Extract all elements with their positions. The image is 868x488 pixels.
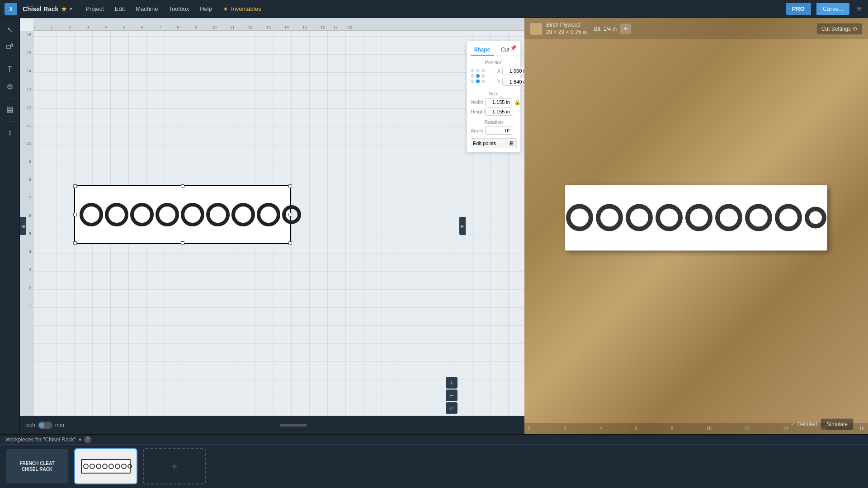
handle-top-left[interactable] [73,184,77,188]
circle-5 [181,203,204,226]
preview-circle-7 [745,204,772,231]
shape-properties-panel: 📌 Shape Cut Position [467,41,521,152]
anchor-bm[interactable] [476,80,480,83]
main-layout: ↖ T 0 1 2 3 4 5 6 [0,18,868,434]
circle-3 [130,203,154,226]
anchor-mm[interactable] [476,74,480,78]
design-bounding-box [74,185,291,244]
add-material-button[interactable]: + [620,23,631,34]
edit-points-button[interactable]: Edit points E [471,138,517,148]
toolbar-divider-1 [4,58,16,58]
circle-4 [156,203,179,226]
toolbar-divider-3 [4,121,16,122]
unit-toggle-switch[interactable] [38,422,52,429]
width-input[interactable] [485,98,512,106]
anchor-bl[interactable] [471,80,474,83]
nav-toolbox[interactable]: Toolbox [164,4,193,14]
cursor-tool-button[interactable]: ↖ [2,22,18,37]
project-name[interactable]: Chisel Rack [23,5,58,13]
lock-icon[interactable]: 🔒 [514,99,521,105]
preview-design-rect [565,185,827,250]
preview-circle-4 [656,204,683,231]
workpieces-help-icon[interactable]: ? [84,436,91,443]
zoom-in-button[interactable]: + [446,377,458,389]
nav-machine[interactable]: Machine [131,4,162,14]
app-logo: X [5,3,17,15]
angle-input[interactable] [485,127,512,135]
carve-button[interactable]: Carve... [816,3,850,15]
anchor-mr[interactable] [481,74,485,78]
anchor-br[interactable] [481,80,485,83]
preview-circle-9 [805,207,826,229]
angle-label: Angle [471,128,483,133]
circle-8 [257,203,280,226]
workpiece-french-cleat[interactable]: FRENCH CLEAT CHISEL RACK [5,448,69,484]
svg-rect-6 [7,109,13,111]
preview-circle-1 [566,204,593,231]
handle-mid-left[interactable] [73,213,77,216]
mini-c3 [96,464,101,469]
handle-top-right[interactable] [288,184,292,188]
nav-inventables[interactable]: ✦ Inventables [218,4,266,14]
panel-collapse-left-btn[interactable]: ◀ [20,217,26,235]
project-dropdown-icon[interactable]: ▾ [70,6,72,11]
height-input[interactable] [485,108,512,116]
apps-tool-button[interactable] [2,79,18,94]
hamburger-menu-icon[interactable]: ≡ [855,2,863,15]
panel-pin-icon[interactable]: 📌 [510,45,517,51]
preview-more-icon[interactable]: ⋮ [857,420,864,429]
handle-bot-mid[interactable] [181,241,184,245]
workpieces-title: Workpieces for "Chisel Rack" [5,436,76,443]
handle-bot-left[interactable] [73,241,77,245]
scroll-indicator[interactable] [280,424,307,427]
anchor-tm[interactable] [476,69,480,72]
anchor-ml[interactable] [471,74,474,78]
mini-c4 [102,464,108,469]
mini-c7 [121,464,127,469]
add-workpiece-button[interactable]: + [143,448,206,484]
preview-circle-5 [685,204,712,231]
circle-2 [105,203,128,226]
workpiece-design[interactable] [74,448,137,484]
toggle-thumb [39,422,44,428]
nav-menu: Project Edit Machine Toolbox Help ✦ Inve… [81,4,265,14]
rotation-section: Rotation Angle [471,119,517,135]
handle-top-mid[interactable] [181,184,184,188]
anchor-tr[interactable] [481,69,485,72]
handle-bot-right[interactable] [288,241,292,245]
nav-help[interactable]: Help [195,4,217,14]
layers-tool-button[interactable] [2,102,18,117]
panel-collapse-right-btn[interactable]: ▶ [459,217,466,235]
y-input[interactable] [502,78,524,86]
workpieces-dropdown-icon[interactable]: ▾ [79,436,81,443]
cut-settings-button[interactable]: Cut Settings ⚙ [816,23,863,35]
shapes-tool-button[interactable] [2,39,18,54]
detailed-toggle[interactable]: ✓ Detailed [791,421,817,427]
canvas-area[interactable]: 0 1 2 3 4 5 6 7 8 9 10 11 12 13 14 15 16… [20,18,524,434]
canvas-design[interactable] [74,185,291,244]
mini-c2 [90,464,95,469]
add-workpiece-icon: + [171,460,178,473]
handle-mid-right[interactable] [288,213,292,216]
y-label: Y [488,79,500,84]
material-dimensions: 29 × 29 × 0.75 in [546,29,587,36]
mini-c8 [127,464,132,469]
text-tool-button[interactable]: T [2,62,18,77]
x-input[interactable] [502,67,524,75]
preview-circle-8 [775,204,802,231]
zoom-out-button[interactable]: − [446,389,458,401]
detailed-label: Detailed [797,421,817,427]
workpiece-1-label: FRENCH CLEAT CHISEL RACK [19,460,54,472]
anchor-tl[interactable] [471,69,474,72]
nav-edit[interactable]: Edit [110,4,129,14]
more-tools-button[interactable] [2,125,18,141]
edit-points-key: E [509,141,514,146]
nav-project[interactable]: Project [81,4,108,14]
material-swatch[interactable] [530,23,542,35]
zoom-reset-button[interactable]: ⌂ [446,402,458,414]
tab-shape[interactable]: Shape [471,45,494,56]
pro-button[interactable]: PRO [786,3,811,15]
star-icon[interactable]: ★ [61,5,67,13]
simulate-button[interactable]: Simulate [821,418,854,430]
width-label: Width [471,99,483,105]
